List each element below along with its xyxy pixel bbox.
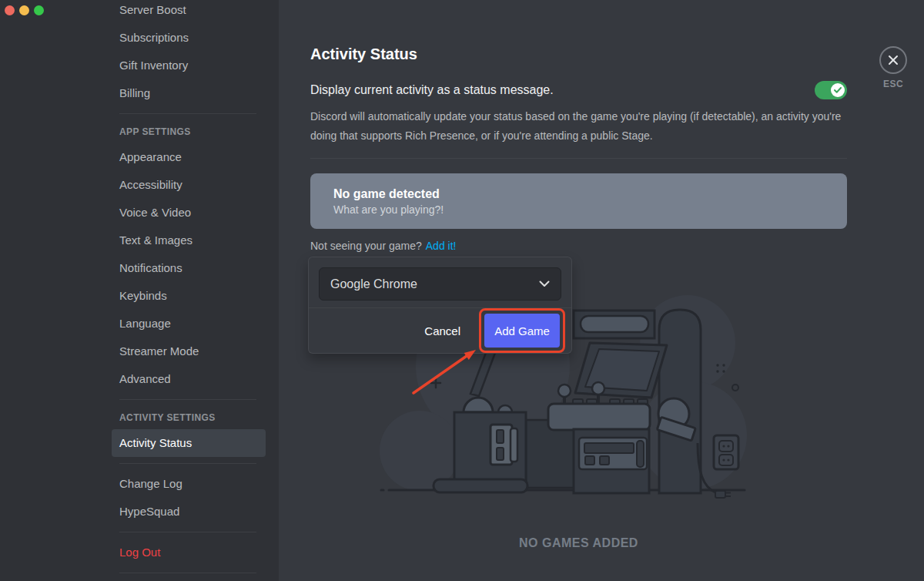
sidebar-item-appearance[interactable]: Appearance xyxy=(112,143,266,171)
sidebar-section-app-settings: APP SETTINGS xyxy=(112,120,266,143)
sidebar-item-text-images[interactable]: Text & Images xyxy=(112,227,266,254)
sidebar-section-activity-settings: ACTIVITY SETTINGS xyxy=(112,406,266,429)
sidebar-item-language[interactable]: Language xyxy=(112,310,266,338)
window-controls xyxy=(5,5,44,15)
window-minimize-icon[interactable] xyxy=(19,5,29,15)
add-game-button[interactable]: Add Game xyxy=(484,314,560,348)
add-game-prompt-text: Not seeing your game? xyxy=(310,240,422,252)
window-close-icon[interactable] xyxy=(5,5,15,15)
close-button[interactable] xyxy=(879,46,907,74)
no-game-card: No game detected What are you playing?! xyxy=(310,173,847,229)
close-control: ESC xyxy=(879,46,907,89)
sidebar-item-subscriptions[interactable]: Subscriptions xyxy=(112,24,266,52)
close-icon xyxy=(888,55,899,65)
activity-status-panel: Activity Status Display current activity… xyxy=(279,0,924,581)
activity-toggle-label: Display current activity as a status mes… xyxy=(310,83,554,97)
sidebar-item-notifications[interactable]: Notifications xyxy=(112,254,266,282)
empty-games-label: NO GAMES ADDED xyxy=(310,536,847,550)
sidebar-item-log-out[interactable]: Log Out xyxy=(112,539,266,566)
add-it-link[interactable]: Add it! xyxy=(426,240,457,252)
sidebar-item-change-log[interactable]: Change Log xyxy=(112,470,266,498)
sidebar-item-server-boost[interactable]: Server Boost xyxy=(112,0,266,24)
cancel-button[interactable]: Cancel xyxy=(420,321,465,341)
sidebar-nav: Server Boost Subscriptions Gift Inventor… xyxy=(112,0,266,579)
check-icon xyxy=(834,87,842,93)
add-game-prompt: Not seeing your game?Add it! xyxy=(310,240,847,252)
chevron-down-icon xyxy=(539,280,550,287)
sidebar-item-activity-status[interactable]: Activity Status xyxy=(112,429,266,457)
sidebar-item-streamer-mode[interactable]: Streamer Mode xyxy=(112,338,266,365)
sidebar-item-accessibility[interactable]: Accessibility xyxy=(112,171,266,199)
game-select-dropdown[interactable]: Google Chrome xyxy=(319,267,561,301)
sidebar-item-voice-video[interactable]: Voice & Video xyxy=(112,199,266,227)
no-game-subtitle: What are you playing?! xyxy=(333,203,847,216)
activity-toggle-row: Display current activity as a status mes… xyxy=(310,81,847,99)
annotation-highlight-ring: Add Game xyxy=(479,308,565,353)
sidebar-divider xyxy=(119,113,256,114)
page-title: Activity Status xyxy=(310,0,847,63)
activity-status-content: Activity Status Display current activity… xyxy=(310,0,847,252)
selected-game-value: Google Chrome xyxy=(330,277,539,291)
activity-status-toggle[interactable] xyxy=(815,81,847,99)
settings-sidebar: Server Boost Subscriptions Gift Inventor… xyxy=(0,0,279,581)
sidebar-divider xyxy=(119,463,256,464)
sidebar-item-hypesquad[interactable]: HypeSquad xyxy=(112,498,266,526)
toggle-knob xyxy=(831,83,845,97)
window-zoom-icon[interactable] xyxy=(34,5,44,15)
popup-footer: Cancel Add Game xyxy=(309,308,571,353)
sidebar-divider xyxy=(119,532,256,532)
sidebar-divider xyxy=(119,573,256,573)
sidebar-divider xyxy=(119,399,256,400)
section-divider xyxy=(310,158,847,159)
sidebar-item-keybinds[interactable]: Keybinds xyxy=(112,282,266,310)
activity-description: Discord will automatically update your s… xyxy=(310,107,847,146)
sidebar-item-billing[interactable]: Billing xyxy=(112,79,266,107)
esc-label: ESC xyxy=(879,79,907,89)
sidebar-item-gift-inventory[interactable]: Gift Inventory xyxy=(112,52,266,79)
sidebar-item-advanced[interactable]: Advanced xyxy=(112,365,266,393)
add-game-popup: Google Chrome Cancel Add Game xyxy=(308,257,572,354)
no-game-title: No game detected xyxy=(333,187,847,201)
